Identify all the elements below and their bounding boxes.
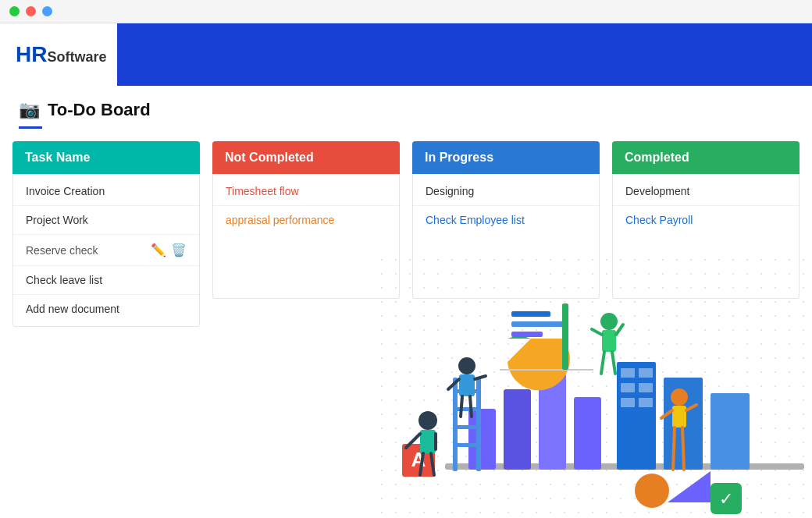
header-bar — [117, 23, 812, 86]
logo-sub: Software — [47, 49, 106, 65]
edit-icon[interactable]: ✏️ — [151, 243, 166, 257]
svg-rect-1 — [468, 409, 496, 470]
task-context-menu: ✏️ 🗑️ — [151, 243, 187, 257]
col-header-in-progress: In Progress — [412, 141, 600, 174]
svg-rect-34 — [459, 374, 475, 396]
col-header-completed: Completed — [612, 141, 800, 174]
task-reserve-check-label: Reserve check — [26, 244, 98, 257]
svg-rect-30 — [453, 407, 481, 411]
dot-green[interactable] — [9, 6, 20, 16]
svg-rect-12 — [621, 398, 635, 407]
svg-rect-7 — [710, 393, 750, 470]
svg-marker-52 — [668, 471, 710, 502]
svg-text:✓: ✓ — [719, 489, 733, 509]
page-title-area: 📷 To-Do Board — [0, 86, 812, 126]
svg-line-50 — [612, 352, 615, 374]
col-task-name: Task Name Invoice Creation Project Work … — [12, 141, 200, 327]
svg-rect-11 — [639, 383, 653, 392]
svg-rect-31 — [453, 425, 481, 429]
svg-point-21 — [418, 411, 437, 430]
task-designing[interactable]: Designing — [413, 177, 599, 206]
svg-line-44 — [682, 428, 684, 470]
task-project-work[interactable]: Project Work — [13, 206, 199, 235]
svg-point-33 — [458, 357, 475, 374]
svg-point-45 — [600, 313, 618, 330]
task-check-employee-list[interactable]: Check Employee list — [413, 206, 599, 234]
svg-line-49 — [601, 352, 604, 374]
svg-rect-40 — [672, 406, 686, 428]
svg-rect-18 — [562, 303, 568, 370]
svg-rect-8 — [621, 368, 635, 378]
illustration-svg: A — [375, 253, 812, 518]
task-reserve-check[interactable]: Reserve check ✏️ 🗑️ — [13, 235, 199, 266]
svg-rect-5 — [617, 362, 656, 470]
svg-rect-32 — [453, 443, 481, 447]
svg-rect-13 — [639, 398, 653, 407]
svg-rect-46 — [602, 330, 616, 352]
svg-rect-4 — [574, 397, 601, 470]
svg-rect-16 — [511, 321, 566, 327]
svg-rect-17 — [511, 332, 543, 337]
svg-rect-2 — [504, 389, 531, 470]
logo: HRSoftware — [16, 42, 106, 67]
svg-line-48 — [616, 325, 623, 335]
logo-hr: HR — [16, 42, 47, 66]
svg-rect-15 — [511, 311, 550, 317]
col-body-not-completed: Timesheet flow appraisal performance — [212, 174, 400, 299]
svg-line-36 — [475, 376, 486, 379]
titlebar — [0, 0, 812, 23]
task-add-document[interactable]: Add new document — [13, 295, 199, 323]
svg-line-47 — [592, 329, 602, 335]
svg-point-51 — [635, 474, 669, 508]
camera-icon: 📷 — [19, 100, 40, 120]
delete-icon[interactable]: 🗑️ — [171, 243, 187, 257]
task-appraisal-performance[interactable]: appraisal performance — [213, 206, 399, 234]
title-underline — [19, 126, 42, 129]
col-not-completed: Not Completed Timesheet flow appraisal p… — [212, 141, 400, 327]
svg-rect-22 — [420, 430, 436, 453]
header: HRSoftware — [0, 23, 812, 86]
page-title: To-Do Board — [48, 100, 151, 120]
task-check-payroll[interactable]: Check Payroll — [613, 206, 799, 234]
dot-blue[interactable] — [42, 6, 52, 16]
svg-line-43 — [673, 428, 675, 470]
svg-rect-9 — [639, 368, 653, 378]
task-timesheet-flow[interactable]: Timesheet flow — [213, 177, 399, 206]
col-header-not-completed: Not Completed — [212, 141, 400, 174]
task-check-leave[interactable]: Check leave list — [13, 266, 199, 295]
svg-line-37 — [461, 396, 462, 417]
logo-area: HRSoftware — [0, 23, 117, 86]
dot-red[interactable] — [26, 6, 36, 16]
task-invoice-creation[interactable]: Invoice Creation — [13, 177, 199, 206]
svg-rect-10 — [621, 383, 635, 392]
svg-line-38 — [470, 396, 472, 417]
task-development[interactable]: Development — [613, 177, 799, 206]
svg-point-39 — [671, 388, 688, 406]
col-header-task-name: Task Name — [12, 141, 200, 174]
illustration: A — [375, 253, 812, 518]
col-body-task-name: Invoice Creation Project Work Reserve ch… — [12, 174, 200, 327]
